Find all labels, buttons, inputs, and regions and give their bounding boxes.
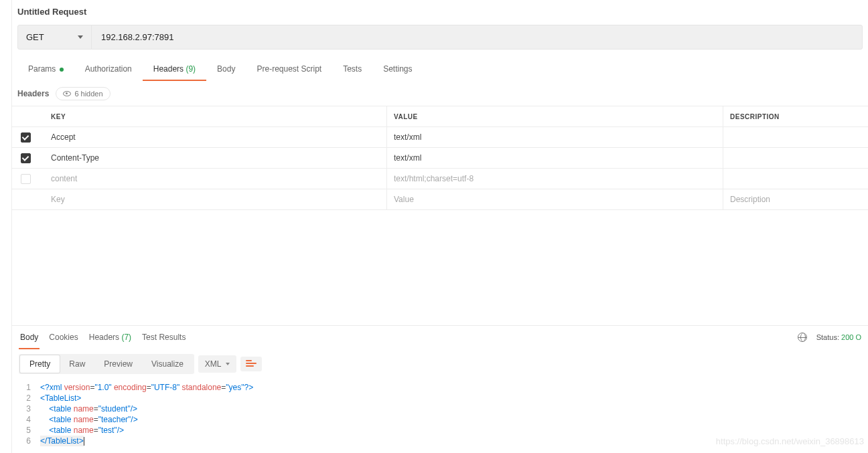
request-tabs: Params Authorization Headers (9) Body Pr… — [12, 59, 868, 80]
header-value-cell[interactable]: text/html;charset=utf-8 — [387, 169, 723, 189]
view-pretty-button[interactable]: Pretty — [20, 355, 60, 373]
resp-tab-testresults[interactable]: Test Results — [141, 326, 187, 349]
text-cursor-icon — [84, 436, 84, 446]
header-row[interactable]: Content-Type text/xml — [12, 148, 868, 169]
col-description: DESCRIPTION — [723, 106, 868, 126]
headers-label: Headers — [17, 89, 49, 98]
header-desc-input[interactable]: Description — [723, 189, 868, 209]
request-title[interactable]: Untitled Request — [12, 0, 868, 22]
header-desc-cell[interactable] — [723, 127, 868, 147]
header-row-new[interactable]: Key Value Description — [12, 189, 868, 210]
left-gutter — [0, 0, 12, 453]
resp-tab-headers[interactable]: Headers (7) — [88, 326, 133, 349]
spacer — [12, 210, 868, 325]
response-view-bar: Pretty Raw Preview Visualize XML — [12, 349, 868, 379]
response-bar: Body Cookies Headers (7) Test Results St… — [12, 325, 868, 349]
header-desc-cell[interactable] — [723, 148, 868, 168]
status-code: 200 O — [841, 333, 861, 341]
chevron-down-icon — [78, 35, 83, 39]
header-row[interactable]: content text/html;charset=utf-8 — [12, 169, 868, 189]
header-value-cell[interactable]: text/xml — [387, 148, 723, 168]
url-input[interactable] — [92, 25, 862, 49]
http-method-label: GET — [26, 32, 44, 42]
tab-tests[interactable]: Tests — [332, 59, 372, 80]
header-key-cell[interactable]: Accept — [39, 127, 387, 147]
headers-table: KEY VALUE DESCRIPTION Accept text/xml Co… — [12, 106, 868, 210]
resp-tab-body[interactable]: Body — [19, 326, 40, 349]
view-mode-group: Pretty Raw Preview Visualize — [19, 354, 194, 374]
headers-subheader: Headers 6 hidden — [12, 80, 868, 106]
col-value: VALUE — [387, 106, 723, 126]
response-body[interactable]: 1<?xml version="1.0" encoding="UTF-8" st… — [12, 379, 868, 453]
header-row[interactable]: Accept text/xml — [12, 127, 868, 148]
view-raw-button[interactable]: Raw — [60, 355, 94, 373]
header-key-cell[interactable]: Content-Type — [39, 148, 387, 168]
checkbox-icon[interactable] — [21, 132, 31, 143]
checkbox-icon[interactable] — [21, 153, 31, 163]
hidden-headers-toggle[interactable]: 6 hidden — [56, 87, 110, 100]
col-key: KEY — [39, 106, 387, 126]
params-indicator-icon — [60, 68, 64, 72]
checkbox-icon[interactable] — [21, 174, 31, 184]
tab-headers[interactable]: Headers (9) — [143, 59, 206, 80]
tab-body[interactable]: Body — [206, 59, 246, 80]
globe-icon[interactable] — [798, 333, 807, 342]
wrap-lines-button[interactable] — [240, 357, 262, 371]
header-value-cell[interactable]: text/xml — [387, 127, 723, 147]
chevron-down-icon — [226, 363, 230, 365]
status-label: Status: 200 O — [816, 333, 861, 341]
wrap-lines-icon — [246, 360, 257, 368]
headers-table-header: KEY VALUE DESCRIPTION — [12, 106, 868, 127]
resp-tab-cookies[interactable]: Cookies — [48, 326, 79, 349]
header-desc-cell[interactable] — [723, 169, 868, 189]
header-key-cell[interactable]: content — [39, 169, 387, 189]
tab-authorization[interactable]: Authorization — [74, 59, 143, 80]
format-select[interactable]: XML — [198, 355, 236, 373]
header-value-input[interactable]: Value — [387, 189, 723, 209]
tab-prerequest[interactable]: Pre-request Script — [246, 59, 332, 80]
eye-icon — [63, 91, 71, 96]
view-preview-button[interactable]: Preview — [94, 355, 142, 373]
view-visualize-button[interactable]: Visualize — [142, 355, 193, 373]
tab-settings[interactable]: Settings — [372, 59, 423, 80]
header-key-input[interactable]: Key — [39, 189, 387, 209]
tab-params[interactable]: Params — [17, 59, 74, 80]
method-url-row: GET — [17, 25, 863, 50]
http-method-select[interactable]: GET — [18, 25, 92, 49]
